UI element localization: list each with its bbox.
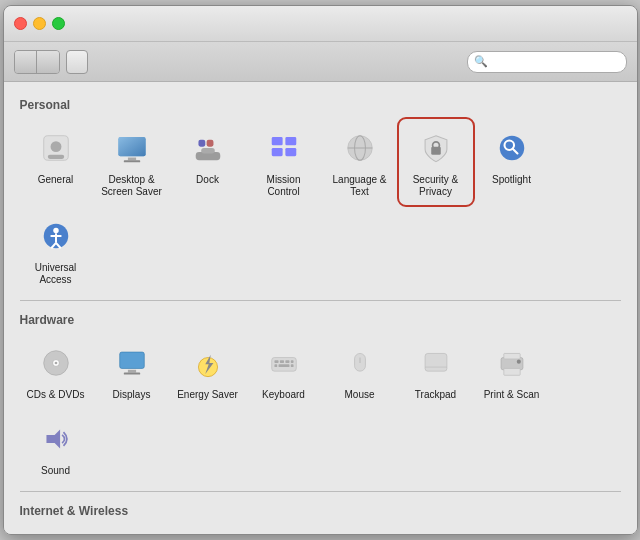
pref-label-cds: CDs & DVDs bbox=[27, 389, 85, 401]
pref-item-mobileme[interactable]: meMobileMe bbox=[172, 526, 244, 534]
svg-rect-51 bbox=[503, 368, 519, 375]
svg-rect-11 bbox=[271, 137, 282, 145]
svg-rect-41 bbox=[290, 360, 293, 363]
pref-label-general: General bbox=[38, 174, 74, 186]
show-all-button[interactable] bbox=[66, 50, 88, 74]
pref-icon-mobileme: me bbox=[186, 532, 230, 534]
search-input[interactable] bbox=[492, 55, 620, 69]
pref-item-universal[interactable]: Universal Access bbox=[20, 208, 92, 292]
pref-item-keyboard[interactable]: Keyboard bbox=[248, 335, 320, 407]
nav-group bbox=[14, 50, 60, 74]
forward-button[interactable] bbox=[37, 51, 59, 73]
pref-label-trackpad: Trackpad bbox=[415, 389, 456, 401]
svg-rect-5 bbox=[127, 158, 135, 161]
svg-marker-53 bbox=[46, 429, 60, 448]
content-area: PersonalGeneralDesktop & Screen SaverDoc… bbox=[4, 82, 637, 534]
pref-item-sharing[interactable]: Sharing bbox=[400, 526, 472, 534]
back-button[interactable] bbox=[15, 51, 37, 73]
svg-point-1 bbox=[50, 141, 61, 152]
pref-icon-sharing bbox=[414, 532, 458, 534]
pref-icon-trackpad bbox=[414, 341, 458, 385]
pref-item-bluetooth[interactable]: Bluetooth bbox=[324, 526, 396, 534]
svg-rect-6 bbox=[123, 160, 139, 162]
svg-rect-38 bbox=[274, 360, 278, 363]
pref-icon-spotlight bbox=[490, 126, 534, 170]
pref-icon-security bbox=[414, 126, 458, 170]
svg-rect-43 bbox=[278, 364, 289, 367]
pref-item-spotlight[interactable]: Spotlight bbox=[476, 120, 548, 204]
pref-item-mail[interactable]: Mail, Contacts & Calendars bbox=[96, 526, 168, 534]
pref-icon-energy bbox=[186, 341, 230, 385]
pref-label-spotlight: Spotlight bbox=[492, 174, 531, 186]
pref-item-dock[interactable]: Dock bbox=[172, 120, 244, 204]
pref-icon-network bbox=[262, 532, 306, 534]
pref-label-desktop: Desktop & Screen Saver bbox=[100, 174, 164, 198]
pref-label-sound: Sound bbox=[41, 465, 70, 477]
divider-hardware bbox=[20, 491, 621, 492]
pref-icon-general bbox=[34, 126, 78, 170]
pref-icon-cds bbox=[34, 341, 78, 385]
pref-icon-printscan bbox=[490, 341, 534, 385]
minimize-button[interactable] bbox=[33, 17, 46, 30]
close-button[interactable] bbox=[14, 17, 27, 30]
pref-item-icloud[interactable]: iCloud bbox=[20, 526, 92, 534]
svg-point-52 bbox=[516, 360, 520, 364]
svg-rect-9 bbox=[206, 140, 213, 147]
pref-icon-sound bbox=[34, 417, 78, 461]
pref-item-displays[interactable]: Displays bbox=[96, 335, 168, 407]
svg-rect-50 bbox=[503, 353, 519, 358]
pref-icon-universal bbox=[34, 214, 78, 258]
pref-icon-displays bbox=[110, 341, 154, 385]
svg-rect-8 bbox=[198, 140, 205, 147]
section-icons-internet: iCloudMail, Contacts & CalendarsmeMobile… bbox=[20, 526, 621, 534]
section-label-personal: Personal bbox=[20, 98, 621, 112]
svg-rect-39 bbox=[279, 360, 283, 363]
pref-icon-mail bbox=[110, 532, 154, 534]
pref-icon-keyboard bbox=[262, 341, 306, 385]
svg-rect-47 bbox=[425, 353, 447, 371]
svg-rect-44 bbox=[290, 364, 293, 367]
pref-label-printscan: Print & Scan bbox=[484, 389, 540, 401]
traffic-lights bbox=[14, 17, 65, 30]
pref-item-printscan[interactable]: Print & Scan bbox=[476, 335, 548, 407]
pref-item-desktop[interactable]: Desktop & Screen Saver bbox=[96, 120, 168, 204]
pref-item-cds[interactable]: CDs & DVDs bbox=[20, 335, 92, 407]
svg-point-31 bbox=[54, 362, 57, 365]
pref-label-universal: Universal Access bbox=[24, 262, 88, 286]
pref-item-general[interactable]: General bbox=[20, 120, 92, 204]
pref-icon-icloud bbox=[34, 532, 78, 534]
pref-label-displays: Displays bbox=[113, 389, 151, 401]
pref-item-trackpad[interactable]: Trackpad bbox=[400, 335, 472, 407]
main-window: 🔍 PersonalGeneralDesktop & Screen SaverD… bbox=[3, 5, 638, 535]
maximize-button[interactable] bbox=[52, 17, 65, 30]
toolbar: 🔍 bbox=[4, 42, 637, 82]
pref-icon-dock bbox=[186, 126, 230, 170]
pref-item-security[interactable]: Security & Privacy bbox=[400, 120, 472, 204]
svg-rect-14 bbox=[285, 148, 296, 156]
search-box: 🔍 bbox=[467, 51, 627, 73]
pref-item-language[interactable]: Language & Text bbox=[324, 120, 396, 204]
pref-label-dock: Dock bbox=[196, 174, 219, 186]
pref-icon-bluetooth bbox=[338, 532, 382, 534]
svg-rect-34 bbox=[123, 373, 139, 375]
pref-item-mission[interactable]: Mission Control bbox=[248, 120, 320, 204]
pref-label-keyboard: Keyboard bbox=[262, 389, 305, 401]
svg-rect-2 bbox=[47, 155, 63, 159]
svg-rect-13 bbox=[271, 148, 282, 156]
search-icon: 🔍 bbox=[474, 55, 488, 68]
pref-item-mouse[interactable]: Mouse bbox=[324, 335, 396, 407]
sections-container: PersonalGeneralDesktop & Screen SaverDoc… bbox=[20, 98, 621, 534]
svg-rect-33 bbox=[127, 370, 135, 373]
section-icons-personal: GeneralDesktop & Screen SaverDockMission… bbox=[20, 120, 621, 292]
pref-item-network[interactable]: Network bbox=[248, 526, 320, 534]
svg-rect-32 bbox=[119, 352, 144, 368]
svg-rect-42 bbox=[274, 364, 277, 367]
pref-item-sound[interactable]: Sound bbox=[20, 411, 92, 483]
pref-label-mission: Mission Control bbox=[252, 174, 316, 198]
pref-label-security: Security & Privacy bbox=[404, 174, 468, 198]
pref-icon-desktop bbox=[110, 126, 154, 170]
pref-icon-language bbox=[338, 126, 382, 170]
pref-item-energy[interactable]: Energy Saver bbox=[172, 335, 244, 407]
pref-label-mouse: Mouse bbox=[344, 389, 374, 401]
svg-rect-12 bbox=[285, 137, 296, 145]
